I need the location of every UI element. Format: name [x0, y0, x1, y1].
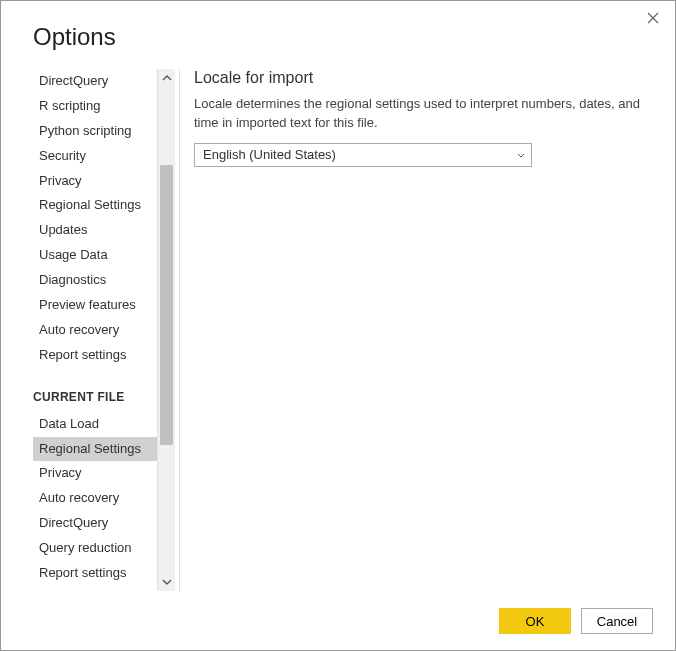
cancel-button[interactable]: Cancel: [581, 608, 653, 634]
sidebar: DirectQuery R scripting Python scripting…: [33, 69, 157, 591]
sidebar-item-file-directquery[interactable]: DirectQuery: [33, 511, 157, 536]
sidebar-item-preview-features[interactable]: Preview features: [33, 293, 157, 318]
sidebar-item-file-report-settings[interactable]: Report settings: [33, 561, 157, 586]
sidebar-item-auto-recovery[interactable]: Auto recovery: [33, 318, 157, 343]
sidebar-item-file-regional-settings[interactable]: Regional Settings: [33, 437, 157, 462]
chevron-up-icon[interactable]: [158, 69, 175, 87]
sidebar-item-file-auto-recovery[interactable]: Auto recovery: [33, 486, 157, 511]
main-panel: Locale for import Locale determines the …: [180, 69, 651, 591]
ok-button[interactable]: OK: [499, 608, 571, 634]
sidebar-group-current-file: CURRENT FILE: [33, 390, 157, 404]
options-dialog: Options DirectQuery R scripting Python s…: [0, 0, 676, 651]
sidebar-item-usage-data[interactable]: Usage Data: [33, 243, 157, 268]
main-heading: Locale for import: [194, 69, 645, 87]
sidebar-item-security[interactable]: Security: [33, 144, 157, 169]
sidebar-item-diagnostics[interactable]: Diagnostics: [33, 268, 157, 293]
chevron-down-icon[interactable]: [158, 573, 175, 591]
sidebar-item-r-scripting[interactable]: R scripting: [33, 94, 157, 119]
sidebar-item-directquery[interactable]: DirectQuery: [33, 69, 157, 94]
sidebar-item-privacy[interactable]: Privacy: [33, 169, 157, 194]
sidebar-container: DirectQuery R scripting Python scripting…: [33, 69, 175, 591]
chevron-down-icon: [517, 149, 525, 160]
locale-select[interactable]: English (United States): [194, 143, 532, 167]
dialog-footer: OK Cancel: [499, 608, 653, 634]
main-description: Locale determines the regional settings …: [194, 95, 645, 133]
sidebar-item-report-settings[interactable]: Report settings: [33, 343, 157, 368]
sidebar-item-updates[interactable]: Updates: [33, 218, 157, 243]
sidebar-item-file-data-load[interactable]: Data Load: [33, 412, 157, 437]
dialog-title: Options: [1, 1, 675, 51]
sidebar-item-file-privacy[interactable]: Privacy: [33, 461, 157, 486]
sidebar-scrollbar[interactable]: [157, 69, 175, 591]
sidebar-item-python-scripting[interactable]: Python scripting: [33, 119, 157, 144]
sidebar-item-regional-settings[interactable]: Regional Settings: [33, 193, 157, 218]
sidebar-item-file-query-reduction[interactable]: Query reduction: [33, 536, 157, 561]
close-icon[interactable]: [645, 11, 661, 27]
scrollbar-thumb[interactable]: [160, 165, 173, 445]
locale-select-value: English (United States): [203, 147, 336, 162]
dialog-body: DirectQuery R scripting Python scripting…: [1, 51, 675, 591]
